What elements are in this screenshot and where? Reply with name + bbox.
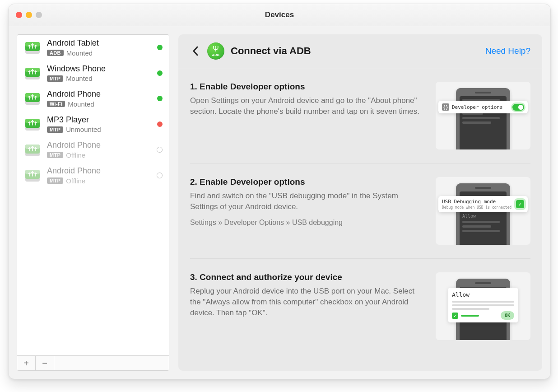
step-text: 3. Connect and authorize your device Rep…	[190, 272, 425, 318]
step: 2. Enable Developer options Find and swi…	[190, 163, 530, 259]
adb-icon: Ψ ADB	[207, 42, 224, 60]
device-state: Mounted	[66, 49, 93, 57]
device-row[interactable]: Android Phone MTP Offline	[17, 137, 169, 163]
add-device-button[interactable]: +	[17, 356, 36, 370]
protocol-badge: ADB	[47, 50, 64, 56]
device-drive-icon	[23, 141, 42, 159]
device-row[interactable]: Android Phone Wi-Fi Mounted	[17, 86, 169, 112]
device-row[interactable]: MP3 Player MTP Unmounted	[17, 112, 169, 137]
device-name: Android Phone	[47, 166, 151, 176]
protocol-badge: MTP	[47, 177, 63, 184]
protocol-badge: Wi-Fi	[47, 101, 65, 107]
developer-options-chip: {} Developer options	[438, 101, 528, 113]
device-sub: MTP Offline	[47, 151, 151, 159]
allow-strip: Allow	[462, 214, 504, 219]
checkbox-on-icon: ✓	[452, 313, 458, 319]
step-text: 2. Enable Developer options Find and swi…	[190, 177, 425, 227]
device-drive-icon	[23, 64, 42, 82]
step-title: 2. Enable Developer options	[190, 177, 425, 187]
ok-button-mock: OK	[501, 311, 514, 320]
step-title: 1. Enable Developer options	[190, 82, 425, 92]
detail-title: Connect via ADB	[231, 45, 311, 57]
titlebar: Devices	[9, 4, 550, 26]
step-description: Find and switch on the "USB debugging mo…	[190, 191, 425, 212]
device-drive-icon	[23, 38, 42, 56]
checkbox-on-icon: ✓	[516, 200, 524, 208]
chip-label: USB Debugging mode	[442, 199, 496, 205]
step-path: Settings » Developer Options » USB debug…	[190, 219, 425, 227]
step-illustration: {} Developer options	[436, 82, 530, 149]
protocol-badge: MTP	[47, 126, 63, 133]
adb-icon-label: ADB	[212, 53, 220, 56]
device-name: Windows Phone	[47, 64, 152, 74]
device-state: Offline	[66, 151, 85, 159]
remove-device-button[interactable]: −	[36, 356, 54, 370]
window-title: Devices	[9, 10, 550, 19]
allow-dialog: Allow ✓ OK	[448, 288, 518, 322]
step-description: Replug your Android device into the USB …	[190, 286, 425, 318]
device-icon-slot	[23, 38, 42, 56]
toggle-on-icon	[512, 104, 524, 111]
content-area: Android Tablet ADB Mounted Windows Phone	[9, 26, 550, 379]
device-icon-slot	[23, 64, 42, 82]
status-indicator	[157, 70, 163, 76]
device-drive-icon	[23, 89, 42, 107]
usb-debugging-chip: USB Debugging mode Debug mode when USB i…	[438, 196, 528, 212]
step: 1. Enable Developer options Open Setting…	[190, 68, 530, 163]
device-row[interactable]: Windows Phone MTP Mounted	[17, 61, 169, 86]
device-sub: MTP Unmounted	[47, 126, 152, 133]
device-state: Mounted	[66, 75, 92, 82]
status-indicator	[157, 147, 163, 153]
device-info: Android Phone MTP Offline	[47, 166, 151, 185]
step-illustration: Allow USB Debugging mode Debug mode when…	[436, 177, 530, 245]
detail-panel: Ψ ADB Connect via ADB Need Help? 1. Enab…	[178, 34, 542, 371]
step-title: 3. Connect and authorize your device	[190, 272, 425, 282]
help-link[interactable]: Need Help?	[485, 46, 530, 56]
step-illustration: Allow ✓ OK	[436, 272, 530, 340]
phone-mock: Allow	[456, 183, 510, 245]
step-description: Open Settings on your Android device and…	[190, 95, 425, 117]
phone-mock	[456, 88, 510, 149]
device-icon-slot	[23, 89, 42, 107]
sidebar-footer: + −	[17, 355, 169, 370]
device-row[interactable]: Android Tablet ADB Mounted	[17, 35, 169, 61]
device-sub: ADB Mounted	[47, 49, 152, 57]
device-name: Android Phone	[47, 140, 151, 150]
step-text: 1. Enable Developer options Open Setting…	[190, 82, 425, 117]
device-info: Android Tablet ADB Mounted	[47, 38, 152, 57]
chip-sublabel: Debug mode when USB is connected	[442, 205, 513, 210]
device-name: Android Tablet	[47, 38, 152, 48]
device-icon-slot	[23, 166, 42, 184]
device-list: Android Tablet ADB Mounted Windows Phone	[17, 35, 169, 355]
device-drive-icon	[23, 166, 42, 184]
steps-list: 1. Enable Developer options Open Setting…	[178, 68, 542, 371]
device-drive-icon	[23, 115, 42, 133]
usb-icon: Ψ	[213, 46, 219, 53]
device-sub: MTP Offline	[47, 177, 151, 185]
step: 3. Connect and authorize your device Rep…	[190, 259, 530, 354]
device-info: MP3 Player MTP Unmounted	[47, 115, 152, 134]
back-button[interactable]	[190, 46, 201, 56]
status-indicator	[157, 96, 163, 101]
device-sub: MTP Mounted	[47, 75, 152, 82]
chevron-left-icon	[192, 46, 199, 56]
device-state: Unmounted	[66, 126, 101, 133]
device-icon-slot	[23, 141, 42, 159]
device-state: Offline	[66, 177, 85, 185]
device-name: Android Phone	[47, 89, 152, 99]
device-row[interactable]: Android Phone MTP Offline	[17, 163, 169, 188]
allow-title: Allow	[452, 291, 514, 298]
device-state: Mounted	[68, 100, 94, 108]
braces-icon: {}	[442, 103, 449, 111]
status-indicator	[157, 45, 163, 50]
device-sub: Wi-Fi Mounted	[47, 100, 152, 108]
chip-label: Developer options	[452, 104, 503, 110]
status-indicator	[157, 121, 163, 127]
app-window: Devices Android Tablet ADB Mounted	[8, 4, 551, 379]
device-icon-slot	[23, 115, 42, 133]
detail-header: Ψ ADB Connect via ADB Need Help?	[178, 34, 542, 68]
device-info: Android Phone MTP Offline	[47, 140, 151, 159]
protocol-badge: MTP	[47, 152, 63, 158]
device-info: Windows Phone MTP Mounted	[47, 64, 152, 83]
device-name: MP3 Player	[47, 115, 152, 125]
